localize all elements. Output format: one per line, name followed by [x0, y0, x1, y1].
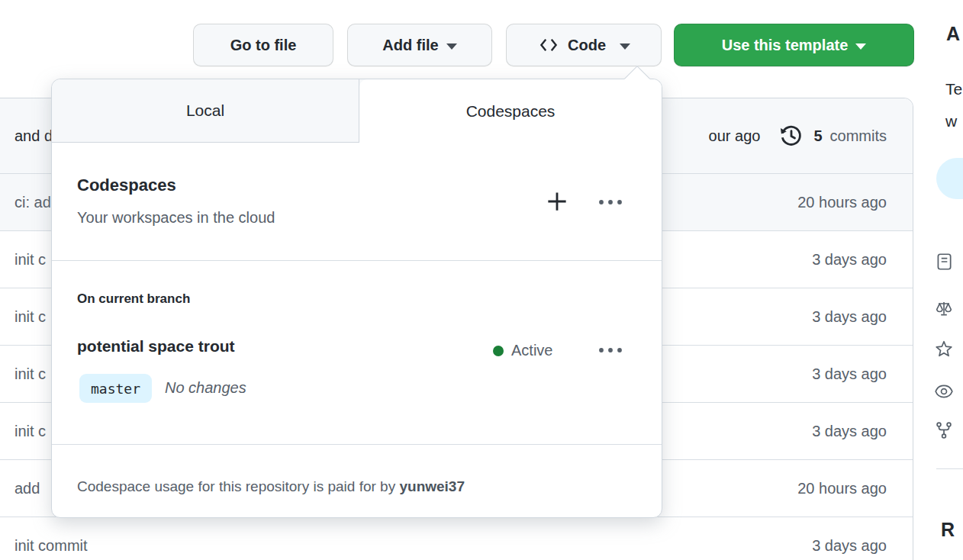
code-label: Code	[568, 37, 606, 54]
row-commit-message[interactable]: init c	[14, 365, 46, 383]
about-heading: A	[946, 23, 960, 45]
commit-count: 5	[813, 127, 822, 145]
table-row[interactable]: init commit 3 days ago	[0, 517, 913, 560]
commits-cluster[interactable]: our ago 5 commits	[709, 124, 887, 147]
latest-commit-message[interactable]: and d	[14, 127, 53, 145]
about-sidebar: A Te w R	[913, 0, 963, 560]
codespace-status: Active	[493, 342, 552, 359]
on-current-branch-label: On current branch	[77, 291, 190, 307]
latest-commit-time: our ago	[709, 127, 761, 145]
repo-description-line: Te	[945, 80, 962, 98]
code-dropdown-panel: Local Codespaces Codespaces Your workspa…	[51, 79, 662, 518]
tab-codespaces-label: Codespaces	[466, 102, 556, 121]
code-icon	[537, 36, 560, 54]
repo-description-line: w	[945, 112, 957, 130]
branch-badge: master	[79, 374, 152, 403]
chevron-down-icon	[620, 43, 630, 50]
panel-divider	[52, 444, 662, 445]
row-commit-time[interactable]: 20 hours ago	[797, 194, 887, 211]
code-button[interactable]: Code	[506, 24, 662, 66]
eye-icon[interactable]	[934, 381, 954, 401]
row-commit-message[interactable]: init c	[14, 308, 46, 326]
add-file-button[interactable]: Add file	[347, 24, 492, 66]
row-commit-time[interactable]: 20 hours ago	[797, 480, 887, 497]
readme-file-icon[interactable]	[934, 252, 954, 272]
history-icon	[780, 124, 803, 147]
add-file-label: Add file	[382, 37, 438, 54]
row-commit-time[interactable]: 3 days ago	[812, 423, 887, 440]
codespaces-kebab-icon[interactable]	[598, 198, 623, 206]
codespaces-title: Codespaces	[77, 175, 176, 195]
usage-footer-text: Codespace usage for this repository is p…	[77, 478, 399, 494]
row-commit-message[interactable]: ci: ad	[14, 194, 51, 211]
go-to-file-button[interactable]: Go to file	[193, 24, 333, 66]
usage-footer-owner: yunwei37	[399, 478, 465, 494]
use-this-template-button[interactable]: Use this template	[674, 24, 914, 66]
chevron-down-icon	[446, 43, 457, 50]
no-changes-label: No changes	[165, 379, 246, 397]
new-codespace-plus-icon[interactable]	[546, 190, 568, 213]
active-status-dot	[493, 346, 504, 356]
tab-codespaces[interactable]: Codespaces	[359, 79, 662, 143]
tab-local-label: Local	[186, 101, 224, 120]
codespace-kebab-icon[interactable]	[598, 346, 623, 354]
codespace-name[interactable]: potential space trout	[77, 337, 235, 356]
codespaces-subtitle: Your workspaces in the cloud	[77, 209, 275, 227]
branch-name: master	[91, 381, 140, 397]
star-icon[interactable]	[934, 340, 954, 359]
row-commit-message[interactable]: init c	[14, 251, 46, 269]
releases-heading: R	[941, 519, 955, 541]
chevron-down-icon	[855, 43, 866, 50]
usage-footer: Codespace usage for this repository is p…	[77, 478, 465, 495]
row-commit-message[interactable]: init commit	[14, 537, 88, 555]
sidebar-divider	[936, 468, 963, 469]
use-this-template-label: Use this template	[722, 37, 849, 54]
row-commit-time[interactable]: 3 days ago	[812, 537, 887, 555]
row-commit-time[interactable]: 3 days ago	[812, 251, 887, 269]
row-commit-message[interactable]: add	[14, 480, 40, 497]
row-commit-message[interactable]: init c	[14, 423, 46, 440]
tab-local[interactable]: Local	[52, 79, 359, 142]
panel-divider	[52, 260, 662, 261]
go-to-file-label: Go to file	[230, 37, 297, 54]
law-icon[interactable]	[934, 298, 954, 318]
topic-badge[interactable]	[936, 158, 963, 199]
row-commit-time[interactable]: 3 days ago	[812, 365, 887, 383]
dropdown-tabbar: Local Codespaces	[52, 79, 662, 143]
fork-icon[interactable]	[934, 420, 954, 440]
commit-count-label: commits	[830, 127, 887, 145]
active-status-label: Active	[511, 342, 552, 359]
row-commit-time[interactable]: 3 days ago	[812, 308, 887, 326]
